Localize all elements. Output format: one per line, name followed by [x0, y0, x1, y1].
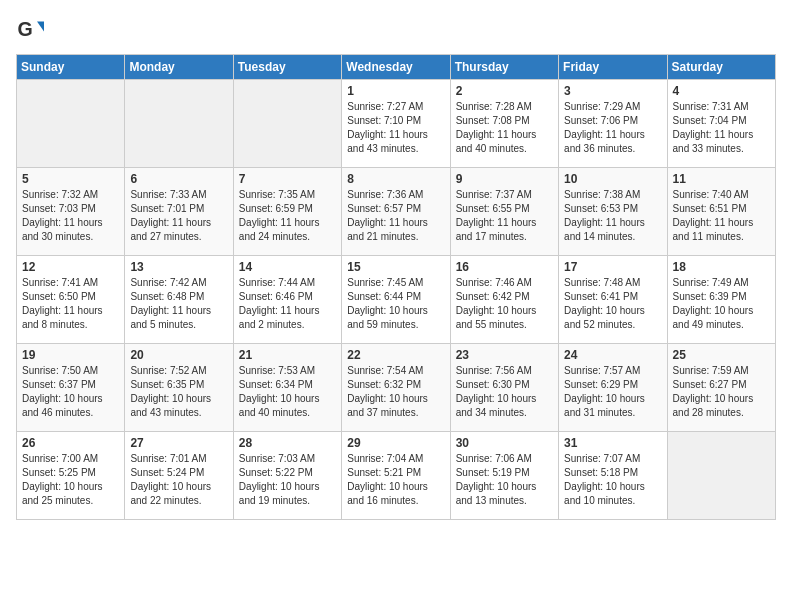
- day-number: 17: [564, 260, 661, 274]
- day-info: Sunrise: 7:59 AM Sunset: 6:27 PM Dayligh…: [673, 364, 770, 420]
- calendar-cell: 15Sunrise: 7:45 AM Sunset: 6:44 PM Dayli…: [342, 256, 450, 344]
- calendar-cell: 30Sunrise: 7:06 AM Sunset: 5:19 PM Dayli…: [450, 432, 558, 520]
- calendar-cell: 3Sunrise: 7:29 AM Sunset: 7:06 PM Daylig…: [559, 80, 667, 168]
- calendar-cell: 2Sunrise: 7:28 AM Sunset: 7:08 PM Daylig…: [450, 80, 558, 168]
- day-number: 9: [456, 172, 553, 186]
- day-number: 23: [456, 348, 553, 362]
- calendar-cell: 21Sunrise: 7:53 AM Sunset: 6:34 PM Dayli…: [233, 344, 341, 432]
- day-number: 19: [22, 348, 119, 362]
- day-info: Sunrise: 7:32 AM Sunset: 7:03 PM Dayligh…: [22, 188, 119, 244]
- calendar-week-row: 5Sunrise: 7:32 AM Sunset: 7:03 PM Daylig…: [17, 168, 776, 256]
- day-number: 20: [130, 348, 227, 362]
- calendar-week-row: 26Sunrise: 7:00 AM Sunset: 5:25 PM Dayli…: [17, 432, 776, 520]
- calendar-cell: 22Sunrise: 7:54 AM Sunset: 6:32 PM Dayli…: [342, 344, 450, 432]
- calendar-cell: 25Sunrise: 7:59 AM Sunset: 6:27 PM Dayli…: [667, 344, 775, 432]
- day-number: 7: [239, 172, 336, 186]
- day-number: 2: [456, 84, 553, 98]
- day-info: Sunrise: 7:54 AM Sunset: 6:32 PM Dayligh…: [347, 364, 444, 420]
- day-number: 4: [673, 84, 770, 98]
- calendar-cell: 1Sunrise: 7:27 AM Sunset: 7:10 PM Daylig…: [342, 80, 450, 168]
- day-info: Sunrise: 7:04 AM Sunset: 5:21 PM Dayligh…: [347, 452, 444, 508]
- day-number: 11: [673, 172, 770, 186]
- day-number: 22: [347, 348, 444, 362]
- day-info: Sunrise: 7:49 AM Sunset: 6:39 PM Dayligh…: [673, 276, 770, 332]
- day-number: 16: [456, 260, 553, 274]
- day-info: Sunrise: 7:36 AM Sunset: 6:57 PM Dayligh…: [347, 188, 444, 244]
- day-info: Sunrise: 7:31 AM Sunset: 7:04 PM Dayligh…: [673, 100, 770, 156]
- calendar-cell: 26Sunrise: 7:00 AM Sunset: 5:25 PM Dayli…: [17, 432, 125, 520]
- day-of-week-header: Saturday: [667, 55, 775, 80]
- calendar-cell: 12Sunrise: 7:41 AM Sunset: 6:50 PM Dayli…: [17, 256, 125, 344]
- calendar-cell: 28Sunrise: 7:03 AM Sunset: 5:22 PM Dayli…: [233, 432, 341, 520]
- day-info: Sunrise: 7:41 AM Sunset: 6:50 PM Dayligh…: [22, 276, 119, 332]
- day-number: 3: [564, 84, 661, 98]
- day-number: 10: [564, 172, 661, 186]
- day-number: 27: [130, 436, 227, 450]
- calendar-cell: 17Sunrise: 7:48 AM Sunset: 6:41 PM Dayli…: [559, 256, 667, 344]
- calendar-cell: 8Sunrise: 7:36 AM Sunset: 6:57 PM Daylig…: [342, 168, 450, 256]
- calendar-cell: 4Sunrise: 7:31 AM Sunset: 7:04 PM Daylig…: [667, 80, 775, 168]
- calendar-cell: 31Sunrise: 7:07 AM Sunset: 5:18 PM Dayli…: [559, 432, 667, 520]
- calendar-cell: 29Sunrise: 7:04 AM Sunset: 5:21 PM Dayli…: [342, 432, 450, 520]
- calendar-cell: 24Sunrise: 7:57 AM Sunset: 6:29 PM Dayli…: [559, 344, 667, 432]
- day-number: 18: [673, 260, 770, 274]
- day-info: Sunrise: 7:44 AM Sunset: 6:46 PM Dayligh…: [239, 276, 336, 332]
- day-number: 26: [22, 436, 119, 450]
- calendar-cell: 9Sunrise: 7:37 AM Sunset: 6:55 PM Daylig…: [450, 168, 558, 256]
- day-of-week-header: Sunday: [17, 55, 125, 80]
- calendar-cell: 19Sunrise: 7:50 AM Sunset: 6:37 PM Dayli…: [17, 344, 125, 432]
- calendar-cell: [667, 432, 775, 520]
- day-of-week-header: Friday: [559, 55, 667, 80]
- day-number: 25: [673, 348, 770, 362]
- day-info: Sunrise: 7:48 AM Sunset: 6:41 PM Dayligh…: [564, 276, 661, 332]
- page-header: G: [16, 16, 776, 44]
- day-info: Sunrise: 7:50 AM Sunset: 6:37 PM Dayligh…: [22, 364, 119, 420]
- calendar-cell: 27Sunrise: 7:01 AM Sunset: 5:24 PM Dayli…: [125, 432, 233, 520]
- day-info: Sunrise: 7:46 AM Sunset: 6:42 PM Dayligh…: [456, 276, 553, 332]
- day-info: Sunrise: 7:42 AM Sunset: 6:48 PM Dayligh…: [130, 276, 227, 332]
- svg-text:G: G: [17, 18, 32, 40]
- day-info: Sunrise: 7:28 AM Sunset: 7:08 PM Dayligh…: [456, 100, 553, 156]
- logo: G: [16, 16, 48, 44]
- calendar-cell: 10Sunrise: 7:38 AM Sunset: 6:53 PM Dayli…: [559, 168, 667, 256]
- day-number: 29: [347, 436, 444, 450]
- calendar-cell: 14Sunrise: 7:44 AM Sunset: 6:46 PM Dayli…: [233, 256, 341, 344]
- calendar-cell: [17, 80, 125, 168]
- day-of-week-header: Tuesday: [233, 55, 341, 80]
- day-info: Sunrise: 7:37 AM Sunset: 6:55 PM Dayligh…: [456, 188, 553, 244]
- day-info: Sunrise: 7:57 AM Sunset: 6:29 PM Dayligh…: [564, 364, 661, 420]
- day-info: Sunrise: 7:00 AM Sunset: 5:25 PM Dayligh…: [22, 452, 119, 508]
- day-info: Sunrise: 7:01 AM Sunset: 5:24 PM Dayligh…: [130, 452, 227, 508]
- calendar-week-row: 19Sunrise: 7:50 AM Sunset: 6:37 PM Dayli…: [17, 344, 776, 432]
- calendar-cell: 20Sunrise: 7:52 AM Sunset: 6:35 PM Dayli…: [125, 344, 233, 432]
- day-info: Sunrise: 7:38 AM Sunset: 6:53 PM Dayligh…: [564, 188, 661, 244]
- calendar-cell: 23Sunrise: 7:56 AM Sunset: 6:30 PM Dayli…: [450, 344, 558, 432]
- calendar-cell: [233, 80, 341, 168]
- calendar-cell: 7Sunrise: 7:35 AM Sunset: 6:59 PM Daylig…: [233, 168, 341, 256]
- calendar-cell: 13Sunrise: 7:42 AM Sunset: 6:48 PM Dayli…: [125, 256, 233, 344]
- day-info: Sunrise: 7:40 AM Sunset: 6:51 PM Dayligh…: [673, 188, 770, 244]
- day-of-week-header: Monday: [125, 55, 233, 80]
- calendar-cell: 18Sunrise: 7:49 AM Sunset: 6:39 PM Dayli…: [667, 256, 775, 344]
- calendar-week-row: 12Sunrise: 7:41 AM Sunset: 6:50 PM Dayli…: [17, 256, 776, 344]
- day-number: 1: [347, 84, 444, 98]
- day-info: Sunrise: 7:33 AM Sunset: 7:01 PM Dayligh…: [130, 188, 227, 244]
- day-of-week-header: Wednesday: [342, 55, 450, 80]
- day-info: Sunrise: 7:07 AM Sunset: 5:18 PM Dayligh…: [564, 452, 661, 508]
- day-number: 24: [564, 348, 661, 362]
- day-number: 14: [239, 260, 336, 274]
- day-number: 6: [130, 172, 227, 186]
- day-number: 21: [239, 348, 336, 362]
- day-number: 13: [130, 260, 227, 274]
- day-info: Sunrise: 7:45 AM Sunset: 6:44 PM Dayligh…: [347, 276, 444, 332]
- day-info: Sunrise: 7:56 AM Sunset: 6:30 PM Dayligh…: [456, 364, 553, 420]
- calendar-cell: 5Sunrise: 7:32 AM Sunset: 7:03 PM Daylig…: [17, 168, 125, 256]
- day-number: 31: [564, 436, 661, 450]
- day-number: 12: [22, 260, 119, 274]
- day-info: Sunrise: 7:27 AM Sunset: 7:10 PM Dayligh…: [347, 100, 444, 156]
- logo-icon: G: [16, 16, 44, 44]
- day-number: 5: [22, 172, 119, 186]
- calendar-cell: 16Sunrise: 7:46 AM Sunset: 6:42 PM Dayli…: [450, 256, 558, 344]
- day-number: 30: [456, 436, 553, 450]
- svg-marker-1: [37, 22, 44, 32]
